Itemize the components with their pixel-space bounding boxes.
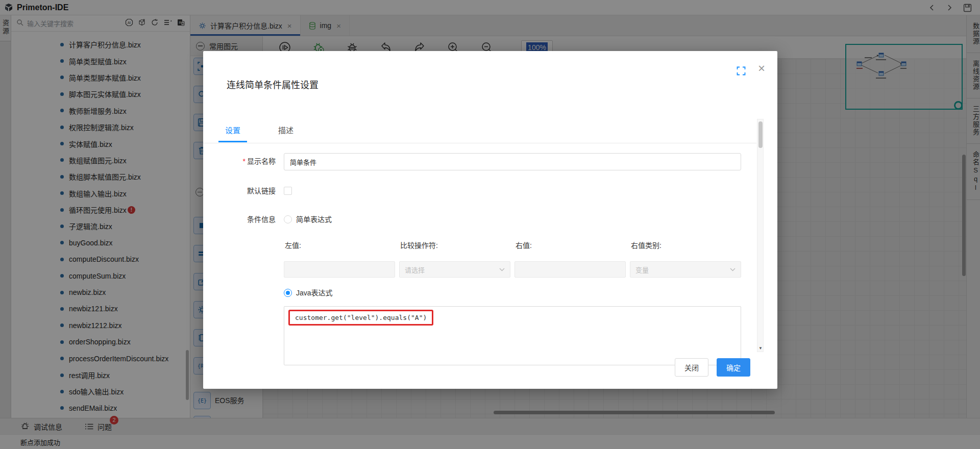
java-expression-label: Java表达式 [296,285,333,301]
java-expression-editor[interactable]: customer.get("level").equals("A") [284,306,741,365]
display-name-input[interactable] [284,153,741,170]
left-value-header: 左值: [284,237,395,257]
display-name-label: *显示名称 [203,153,284,170]
right-value-type-header: 右值类别: [630,237,741,257]
chevron-down-icon [499,268,505,271]
close-icon[interactable]: × [758,62,765,74]
simple-expression-radio-row[interactable]: 简单表达式 [284,211,332,228]
operator-select[interactable]: 请选择 [399,261,510,278]
primeton-ide-window: Primeton-IDE 资源 输入关键字搜索 A [0,0,980,449]
highlighted-expression: customer.get("level").equals("A") [288,310,433,326]
default-link-checkbox[interactable] [284,187,292,195]
java-expression-radio[interactable] [284,289,292,297]
java-expression-radio-row[interactable]: Java表达式 [284,285,741,301]
condition-info-label: 条件信息 [203,211,284,228]
right-value-input[interactable] [514,261,626,278]
dialog-tab-description[interactable]: 描述 [272,124,300,142]
dialog-tabs: 设置 描述 [218,124,325,142]
dialog-scrollbar[interactable]: ▼ [757,119,764,352]
right-value-header: 右值: [514,237,626,257]
right-value-type-select[interactable]: 变量 [630,261,741,278]
close-button[interactable]: 关闭 [675,358,708,377]
dialog-title: 连线简单条件属性设置 [227,78,318,91]
scroll-down-arrow-icon[interactable]: ▼ [758,346,763,351]
confirm-button[interactable]: 确定 [717,358,750,377]
tab-divider [203,143,756,143]
scrollbar-thumb[interactable] [758,121,763,148]
dialog-tab-settings[interactable]: 设置 [218,124,247,142]
simple-expression-radio[interactable] [284,215,292,223]
left-value-input[interactable] [284,261,395,278]
default-link-label: 默认链接 [203,183,284,199]
chevron-down-icon [730,268,736,271]
line-condition-dialog: 连线简单条件属性设置 × 设置 描述 *显示名称 默认链接 条件信息 简单表 [203,51,777,389]
fullscreen-icon[interactable] [737,66,746,78]
dialog-form: *显示名称 默认链接 条件信息 简单表达式 左值: 比较操作符: [203,153,741,365]
simple-expression-label: 简单表达式 [296,211,332,228]
operator-header: 比较操作符: [399,237,510,257]
